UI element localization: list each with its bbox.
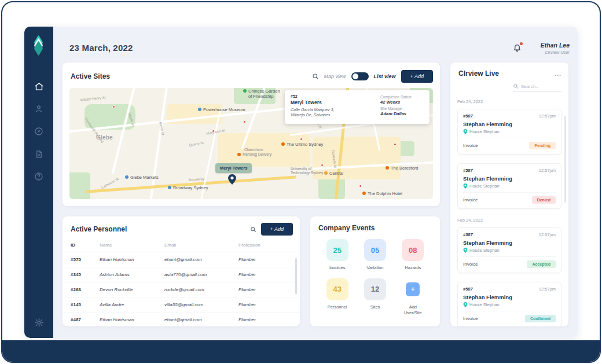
- map-label: Broadway: [189, 177, 204, 182]
- map-label: The Dolphin Hotel: [362, 191, 402, 196]
- cell-profession: Plumber: [238, 317, 292, 322]
- settings-gear-icon[interactable]: [34, 317, 44, 328]
- item-ref: #587: [463, 232, 473, 237]
- cell-name: Avilla Andre: [100, 302, 164, 307]
- main-area: 23 March, 2022 Ethan Lee CIrview User Ac…: [53, 27, 578, 338]
- cell-email: villa55@gmail.com: [164, 302, 238, 307]
- item-location: House Stephan: [469, 183, 500, 189]
- personnel-table-body: #575Ethan Huntsmanehunt@gmail.comPlumber…: [63, 252, 300, 326]
- map-label: University of Technology Sydney: [291, 167, 323, 175]
- map-label: Central: [324, 171, 343, 176]
- personnel-row[interactable]: #575Ethan Huntsmanehunt@gmail.comPlumber: [63, 252, 300, 267]
- event-tile-variation[interactable]: 05Variation: [356, 239, 394, 271]
- map-location-pin-icon[interactable]: [228, 174, 236, 187]
- event-tile-value: 25: [326, 239, 348, 261]
- live-feed-item[interactable]: #58712:57pmStephan FlemmingHouse Stephan…: [457, 109, 561, 155]
- cell-name: Ethan Huntsman: [100, 257, 164, 262]
- live-menu-dots-icon[interactable]: ...: [555, 72, 561, 75]
- event-tile-value: 08: [402, 239, 424, 261]
- item-time: 12:57pm: [539, 232, 556, 237]
- site-info-popup[interactable]: #52 Meryl Towers Calle Garcia Marquez 3,…: [285, 90, 430, 124]
- live-feed-item[interactable]: #58712:57pmStephan FlemmingHouse Stephan…: [457, 282, 561, 326]
- compass-icon[interactable]: [34, 126, 44, 137]
- company-events-title: Company Events: [310, 216, 440, 232]
- list-view-label[interactable]: List view: [374, 73, 396, 79]
- home-icon[interactable]: [34, 81, 44, 91]
- feed-date: Feb 24, 2022: [457, 218, 561, 223]
- map-view-label[interactable]: Map view: [324, 73, 346, 79]
- live-search-input[interactable]: [521, 84, 557, 89]
- event-tile-label: Personnel: [328, 304, 347, 310]
- item-time: 12:57pm: [539, 168, 556, 173]
- event-tile-sites[interactable]: 12Sites: [356, 278, 394, 316]
- event-tile-invoices[interactable]: 25Invoices: [318, 239, 356, 271]
- item-ref: #587: [463, 168, 473, 173]
- event-tile-personnel[interactable]: 43Personnel: [318, 278, 356, 316]
- item-time: 12:57pm: [539, 286, 556, 292]
- app-frame: 23 March, 2022 Ethan Lee CIrview User Ac…: [1, 1, 601, 363]
- cell-email: ehunt@gmail.com: [164, 317, 238, 322]
- popup-completion-label: Completion Status:: [380, 95, 424, 99]
- live-scrollbar[interactable]: [564, 116, 566, 203]
- user-profile[interactable]: Ethan Lee CIrview User: [541, 42, 570, 55]
- event-tile-label: Hazards: [405, 265, 421, 271]
- map-pin-tag[interactable]: Meryl Towers: [215, 163, 252, 173]
- document-icon[interactable]: [34, 149, 44, 159]
- popup-manager-label: Site Manager:: [380, 106, 424, 111]
- cell-profession: Plumber: [238, 302, 292, 307]
- cell-email: asta770@gmail.com: [164, 272, 238, 277]
- cell-name: Ethan Huntsman: [100, 317, 164, 322]
- personnel-row[interactable]: #145Avilla Andrevilla55@gmail.comPlumber: [63, 297, 300, 312]
- status-badge: Pending: [529, 142, 556, 149]
- cell-profession: Plumber: [238, 272, 292, 277]
- map-label: William Henry St: [80, 95, 106, 102]
- user-name: Ethan Lee: [541, 42, 570, 49]
- help-icon[interactable]: [34, 171, 44, 182]
- sites-search-icon[interactable]: [312, 73, 319, 80]
- user-role: CIrview User: [541, 50, 570, 55]
- sidebar: [24, 27, 53, 338]
- app-logo-icon: [32, 38, 46, 53]
- users-icon[interactable]: [34, 104, 44, 114]
- popup-site-id: #52: [291, 94, 375, 98]
- popup-completion-value: 42 Weeks: [380, 100, 424, 105]
- status-badge: Accepted: [527, 260, 556, 268]
- cell-profession: Plumber: [238, 287, 292, 292]
- personnel-row[interactable]: #487Ethan Huntsmanehunt@gmail.comPlumber: [63, 312, 300, 326]
- cell-name: Devon Rockville: [100, 287, 164, 292]
- view-toggle[interactable]: [351, 72, 369, 80]
- item-location: House Stephan: [469, 129, 500, 134]
- cell-id: #268: [71, 287, 100, 292]
- map-label: Menulog Delivery: [237, 152, 271, 156]
- map-label: Glebe Markets: [125, 175, 159, 180]
- item-ref: #587: [463, 113, 473, 119]
- personnel-search-icon[interactable]: [250, 226, 256, 233]
- add-personnel-button[interactable]: + Add: [261, 223, 293, 236]
- cell-name: Ashton Adams: [100, 272, 164, 277]
- page-title-date: 23 March, 2022: [69, 43, 133, 53]
- event-tile-value: 43: [326, 278, 348, 300]
- personnel-row[interactable]: #268Devon Rockvillerockde@gmail.comPlumb…: [63, 282, 300, 297]
- event-tile-hazards[interactable]: 08Hazards: [394, 239, 432, 271]
- active-personnel-title: Active Personnel: [71, 225, 127, 233]
- popup-site-name: Meryl Towers: [291, 100, 375, 105]
- notification-bell-icon[interactable]: [513, 43, 522, 53]
- map-label: Broadway Sydney: [168, 185, 208, 190]
- popup-site-address: Calle Garcia Marquez 3, Villarejo De, Sa…: [291, 107, 375, 117]
- map-label: Chinese Garden of Friendship: [243, 89, 280, 99]
- item-doc-type: Invoice: [463, 316, 478, 321]
- cell-id: #487: [71, 317, 100, 322]
- live-feed-item[interactable]: #58712:57pmStephan FlemmingHouse Stephan…: [457, 227, 561, 273]
- live-search[interactable]: [513, 83, 561, 92]
- event-tile-value: 12: [364, 278, 386, 300]
- event-tile-value: 05: [364, 239, 386, 261]
- map-canvas[interactable]: Meryl Towers #52 Meryl Towers Calle Garc…: [69, 88, 433, 199]
- personnel-row[interactable]: #345Ashton Adamsasta770@gmail.comPlumber: [63, 267, 300, 282]
- add-site-button[interactable]: + Add: [401, 70, 433, 83]
- event-tile-label: Variation: [366, 265, 383, 271]
- live-feed-item[interactable]: #58712:57pmStephan FlemmingHouse Stephan…: [457, 163, 561, 209]
- personnel-scrollbar[interactable]: [295, 258, 297, 294]
- event-tile-add-user-site[interactable]: +Add User/Site: [394, 278, 432, 316]
- item-doc-type: Invoice: [463, 262, 478, 267]
- item-name: Stephan Flemming: [463, 121, 556, 127]
